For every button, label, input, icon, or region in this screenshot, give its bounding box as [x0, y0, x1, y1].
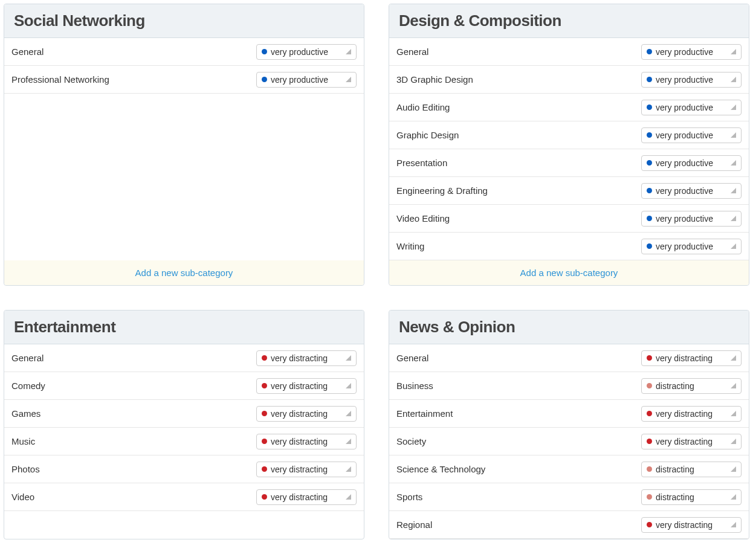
productivity-dropdown[interactable]: very productive	[641, 183, 742, 199]
subcategory-row: Generalvery productive	[389, 38, 749, 66]
panel-title: Entertainment	[14, 318, 354, 336]
dropdown-label: very distracting	[271, 437, 341, 446]
dropdown-label: very distracting	[271, 465, 341, 474]
subcategory-row: Professional Networkingvery productive	[4, 66, 364, 94]
subcategory-label: Science & Technology	[396, 464, 485, 474]
subcategory-label: Society	[396, 436, 426, 446]
status-dot-icon	[647, 466, 652, 472]
dropdown-arrow-icon	[731, 160, 736, 166]
category-panel: Design & CompositionGeneralvery producti…	[389, 4, 749, 286]
productivity-dropdown[interactable]: very distracting	[641, 517, 742, 533]
dropdown-arrow-icon	[346, 355, 351, 361]
status-dot-icon	[647, 383, 652, 388]
subcategory-label: Entertainment	[396, 408, 453, 419]
status-dot-icon	[262, 494, 267, 500]
subcategory-row: Sportsdistracting	[389, 483, 749, 511]
dropdown-label: very productive	[271, 47, 341, 57]
productivity-dropdown[interactable]: distracting	[641, 489, 742, 505]
category-panel: News & OpinionGeneralvery distractingBus…	[389, 310, 749, 539]
dropdown-arrow-icon	[731, 188, 736, 193]
panel-title: News & Opinion	[399, 318, 739, 336]
subcategory-label: Photos	[11, 464, 40, 474]
productivity-dropdown[interactable]: very distracting	[256, 434, 357, 449]
status-dot-icon	[647, 439, 652, 444]
subcategory-row: Generalvery distracting	[389, 344, 749, 372]
dropdown-label: very productive	[656, 75, 726, 85]
subcategory-row: Presentationvery productive	[389, 149, 749, 177]
subcategory-row: Videovery distracting	[4, 483, 364, 511]
category-panel: Social NetworkingGeneralvery productiveP…	[4, 4, 364, 286]
productivity-dropdown[interactable]: very distracting	[256, 350, 357, 366]
add-subcategory-link[interactable]: Add a new sub-category	[520, 268, 618, 278]
status-dot-icon	[262, 466, 267, 472]
dropdown-label: very productive	[656, 130, 726, 140]
productivity-dropdown[interactable]: very productive	[641, 155, 742, 171]
dropdown-label: very distracting	[271, 353, 341, 363]
category-panel: EntertainmentGeneralvery distractingCome…	[4, 310, 364, 539]
dropdown-arrow-icon	[346, 439, 351, 444]
productivity-dropdown[interactable]: very distracting	[256, 489, 357, 505]
subcategory-label: Presentation	[396, 158, 447, 168]
status-dot-icon	[647, 188, 652, 193]
dropdown-label: very productive	[656, 103, 726, 112]
productivity-dropdown[interactable]: very distracting	[641, 434, 742, 449]
dropdown-arrow-icon	[731, 216, 736, 221]
subcategory-label: Writing	[396, 241, 424, 251]
subcategory-label: Games	[11, 408, 40, 419]
dropdown-label: very distracting	[656, 437, 726, 446]
subcategory-row: Photosvery distracting	[4, 455, 364, 483]
dropdown-arrow-icon	[346, 494, 351, 500]
productivity-dropdown[interactable]: very productive	[641, 72, 742, 88]
panel-header: Social Networking	[4, 4, 364, 38]
subcategory-row: Generalvery distracting	[4, 344, 364, 372]
dropdown-arrow-icon	[731, 105, 736, 110]
productivity-dropdown[interactable]: very distracting	[256, 378, 357, 394]
productivity-dropdown[interactable]: very productive	[641, 100, 742, 115]
panel-body: Generalvery distractingBusinessdistracti…	[389, 344, 749, 539]
subcategory-label: General	[396, 47, 428, 57]
dropdown-arrow-icon	[731, 383, 736, 388]
productivity-dropdown[interactable]: distracting	[641, 378, 742, 394]
productivity-dropdown[interactable]: very productive	[641, 211, 742, 227]
dropdown-arrow-icon	[731, 439, 736, 444]
dropdown-arrow-icon	[731, 77, 736, 82]
productivity-dropdown[interactable]: very productive	[641, 127, 742, 143]
productivity-dropdown[interactable]: very productive	[641, 44, 742, 60]
panel-title: Design & Composition	[399, 11, 739, 30]
subcategory-label: Video Editing	[396, 213, 450, 224]
status-dot-icon	[262, 439, 267, 444]
dropdown-arrow-icon	[346, 383, 351, 388]
subcategory-row: Engineering & Draftingvery productive	[389, 177, 749, 205]
dropdown-arrow-icon	[346, 77, 351, 82]
subcategory-row: 3D Graphic Designvery productive	[389, 66, 749, 94]
status-dot-icon	[647, 243, 652, 249]
add-subcategory-link[interactable]: Add a new sub-category	[135, 268, 233, 278]
productivity-dropdown[interactable]: very distracting	[256, 406, 357, 422]
status-dot-icon	[647, 216, 652, 221]
subcategory-label: General	[396, 353, 428, 363]
productivity-dropdown[interactable]: very productive	[256, 44, 357, 60]
panel-footer: Add a new sub-category	[4, 260, 364, 285]
subcategory-row: Graphic Designvery productive	[389, 121, 749, 149]
productivity-dropdown[interactable]: very distracting	[641, 406, 742, 422]
panel-footer: Add a new sub-category	[389, 260, 749, 285]
status-dot-icon	[647, 494, 652, 500]
dropdown-label: very productive	[656, 214, 726, 224]
panel-header: News & Opinion	[389, 311, 749, 344]
subcategory-row: Societyvery distracting	[389, 428, 749, 455]
productivity-dropdown[interactable]: distracting	[641, 462, 742, 477]
productivity-dropdown[interactable]: very productive	[256, 72, 357, 88]
status-dot-icon	[647, 411, 652, 416]
subcategory-row: Entertainmentvery distracting	[389, 400, 749, 428]
productivity-dropdown[interactable]: very productive	[641, 239, 742, 254]
panel-body: Generalvery productiveProfessional Netwo…	[4, 38, 364, 260]
productivity-dropdown[interactable]: very distracting	[256, 462, 357, 477]
panel-header: Design & Composition	[389, 4, 749, 38]
productivity-dropdown[interactable]: very distracting	[641, 350, 742, 366]
subcategory-label: Audio Editing	[396, 102, 450, 112]
status-dot-icon	[647, 49, 652, 54]
subcategory-label: Professional Networking	[11, 74, 109, 85]
dropdown-label: very distracting	[656, 353, 726, 363]
subcategory-row: Writingvery productive	[389, 233, 749, 260]
dropdown-arrow-icon	[731, 49, 736, 54]
